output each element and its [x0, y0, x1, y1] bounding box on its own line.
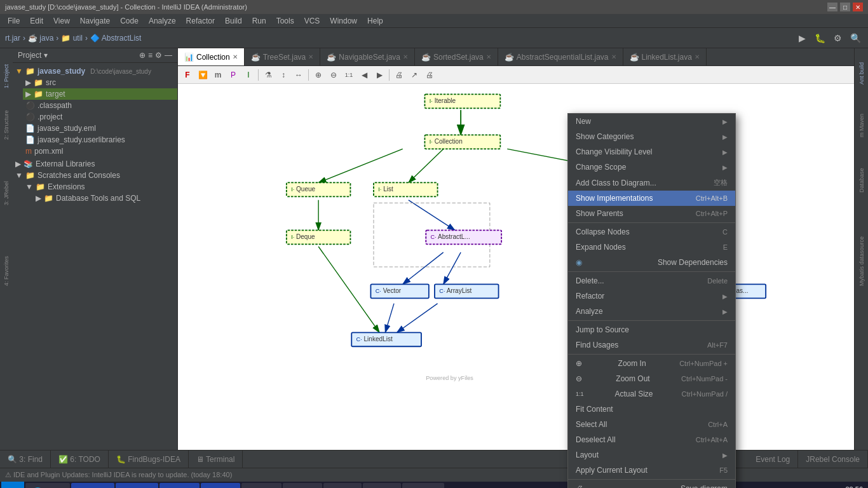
diag-zoom-in[interactable]: ⊕: [311, 68, 325, 82]
tree-classpath[interactable]: ⚫.classpath: [23, 100, 177, 111]
taskbar-idea1[interactable]: 🏷javas...: [159, 483, 200, 488]
menu-help[interactable]: Help: [362, 15, 388, 27]
menu-refactor[interactable]: Refactor: [181, 15, 220, 27]
ctx-new[interactable]: New ▶: [568, 114, 735, 129]
tab-treeset[interactable]: ☕ TreeSet.java ✕: [245, 48, 321, 66]
ctx-refactor[interactable]: Refactor ▶: [568, 288, 735, 304]
breadcrumb-abstractlist[interactable]: 🔷 AbstractList: [90, 34, 141, 43]
ctx-change-visibility[interactable]: Change Visibility Level ▶: [568, 144, 735, 159]
diag-m-btn[interactable]: m: [211, 68, 225, 82]
sidebar-right-db[interactable]: Database: [856, 161, 867, 200]
menu-build[interactable]: Build: [220, 15, 247, 27]
sidebar-item-favorites[interactable]: 4: Favorites: [1, 252, 12, 290]
bottom-tab-todo[interactable]: ✅ 6: TODO: [51, 451, 109, 468]
tab-linkedlist-close[interactable]: ✕: [695, 53, 700, 60]
menu-code[interactable]: Code: [115, 15, 144, 27]
maximize-btn[interactable]: □: [840, 3, 850, 11]
bottom-tab-findbugs[interactable]: 🐛 FindBugs-IDEA: [109, 451, 189, 468]
ctx-add-class[interactable]: Add Class to Diagram... 空格: [568, 175, 735, 191]
diag-i-btn[interactable]: I: [241, 68, 255, 82]
search-btn[interactable]: 🔍: [848, 30, 863, 46]
project-locate-btn[interactable]: ⊕: [139, 51, 146, 60]
tree-external-libs[interactable]: ▶ 📚External Libraries: [13, 158, 177, 170]
tree-project[interactable]: ⚫.project: [23, 111, 177, 123]
tab-collection-close[interactable]: ✕: [233, 53, 238, 60]
menu-run[interactable]: Run: [247, 15, 271, 27]
taskbar-user1[interactable]: 💡user_...: [71, 483, 114, 488]
ctx-show-implementations[interactable]: Show Implementations Ctrl+Alt+B: [568, 191, 735, 206]
ctx-show-parents[interactable]: Show Parents Ctrl+Alt+P: [568, 206, 735, 221]
diag-print-btn[interactable]: 🖨: [392, 68, 406, 82]
diag-funnel-btn[interactable]: ⚗: [261, 68, 275, 82]
project-minimize-btn[interactable]: —: [165, 51, 172, 60]
sidebar-item-jrebel[interactable]: 3: JRebel: [1, 174, 12, 212]
menu-vcs[interactable]: VCS: [299, 15, 325, 27]
ctx-expand-nodes[interactable]: Expand Nodes E: [568, 240, 735, 255]
sidebar-right-maven[interactable]: m Maven: [856, 109, 867, 141]
node-abstractlist[interactable]: C· AbstractL...: [426, 230, 501, 244]
sidebar-item-project[interactable]: 1: Project: [1, 51, 12, 102]
taskbar-user2[interactable]: 💡user_...: [116, 483, 158, 488]
node-list[interactable]: I· List: [374, 182, 438, 196]
breadcrumb-util[interactable]: 📁 util: [61, 34, 83, 43]
menu-view[interactable]: View: [48, 15, 75, 27]
taskbar-google[interactable]: 🔍goo...: [323, 483, 362, 488]
tab-abstractsequentiallist[interactable]: ☕ AbstractSequentialList.java ✕: [498, 48, 623, 66]
diag-p-btn[interactable]: P: [226, 68, 240, 82]
tree-eml[interactable]: 📄javase_study.eml: [23, 123, 177, 134]
close-btn[interactable]: ✕: [853, 3, 863, 11]
node-linkedlist[interactable]: C· LinkedList: [351, 332, 421, 346]
debug-btn[interactable]: 🐛: [812, 30, 827, 46]
diag-actual-size[interactable]: 1:1: [342, 68, 356, 82]
tree-extensions[interactable]: ▼ 📁Extensions: [23, 181, 177, 193]
node-vector[interactable]: C· Vector: [370, 284, 428, 298]
menu-tools[interactable]: Tools: [271, 15, 299, 27]
ctx-find-usages[interactable]: Find Usages Alt+F7: [568, 337, 735, 353]
taskbar-explorer[interactable]: 📁本地...: [241, 483, 281, 488]
menu-file[interactable]: File: [3, 15, 25, 27]
node-iterable[interactable]: I· Iterable: [424, 94, 500, 108]
tab-abstractsequentiallist-close[interactable]: ✕: [611, 53, 616, 60]
ctx-deselect-all[interactable]: Deselect All Ctrl+Alt+A: [568, 432, 735, 447]
tab-collection[interactable]: 📊 Collection ✕: [178, 48, 245, 66]
menu-edit[interactable]: Edit: [25, 15, 48, 27]
bottom-tab-terminal[interactable]: 🖥 Terminal: [189, 451, 243, 468]
sidebar-right-ant[interactable]: Ant build: [856, 51, 867, 95]
sidebar-item-structure[interactable]: 2: Structure: [1, 103, 12, 147]
diag-zoom-out[interactable]: ⊖: [327, 68, 341, 82]
taskbar-chrome[interactable]: 🌐写文...: [25, 483, 70, 488]
start-button[interactable]: ⊞: [1, 482, 24, 488]
tab-sortedset[interactable]: ☕ SortedSet.java ✕: [415, 48, 498, 66]
tab-sortedset-close[interactable]: ✕: [486, 53, 491, 60]
ctx-jump-to-source[interactable]: Jump to Source: [568, 322, 735, 337]
ctx-zoom-out[interactable]: ⊖ Zoom Out Ctrl+NumPad -: [568, 371, 735, 386]
diag-arrow-right[interactable]: ▶: [372, 68, 386, 82]
bottom-tab-jrebel[interactable]: JRebel Console: [798, 451, 868, 468]
minimize-btn[interactable]: —: [827, 3, 837, 11]
node-collection[interactable]: I· Collection: [424, 135, 500, 149]
tab-linkedlist[interactable]: ☕ LinkedList.java ✕: [623, 48, 707, 66]
project-settings-btn[interactable]: ⚙: [155, 51, 162, 60]
diag-import-btn[interactable]: ↔: [292, 68, 306, 82]
tree-src[interactable]: ▶ 📁src: [23, 77, 177, 88]
breadcrumb-java[interactable]: ☕ java: [28, 34, 53, 43]
bottom-tab-eventlog[interactable]: Event Log: [748, 451, 798, 468]
taskbar-game[interactable]: 🎮(疯...: [363, 483, 401, 488]
tree-db-tools[interactable]: ▶ 📁Database Tools and SQL: [33, 193, 177, 204]
node-arraylist[interactable]: C· ArrayList: [435, 284, 499, 298]
node-queue[interactable]: I· Queue: [287, 182, 351, 196]
run-btn[interactable]: ▶: [794, 30, 810, 46]
sidebar-right-mybatis[interactable]: Mybatis datasource: [856, 233, 867, 290]
menu-analyze[interactable]: Analyze: [144, 15, 181, 27]
taskbar-oss[interactable]: 🌿OSS ...: [402, 483, 444, 488]
settings-btn[interactable]: ⚙: [830, 30, 845, 46]
menu-navigate[interactable]: Navigate: [75, 15, 115, 27]
project-collapse-btn[interactable]: ≡: [148, 51, 153, 60]
node-deque[interactable]: I· Deque: [287, 230, 351, 244]
ctx-layout[interactable]: Layout ▶: [568, 447, 735, 450]
diag-f-btn[interactable]: F: [180, 68, 194, 82]
ctx-fit-content[interactable]: Fit Content: [568, 402, 735, 417]
tree-pom[interactable]: mpom.xml: [23, 146, 177, 157]
tab-treeset-close[interactable]: ✕: [308, 53, 313, 60]
tree-scratches[interactable]: ▼ 📁Scratches and Consoles: [13, 170, 177, 181]
